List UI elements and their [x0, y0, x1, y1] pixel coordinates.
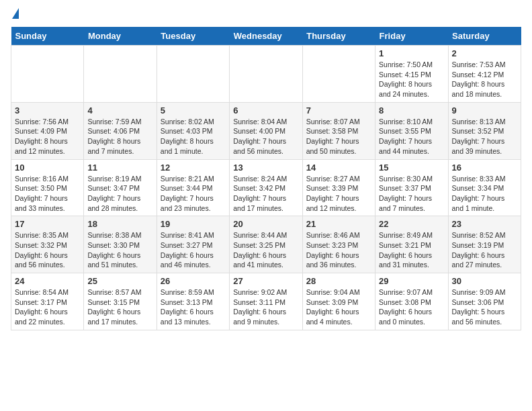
calendar-cell: 21Sunrise: 8:46 AM Sunset: 3:23 PM Dayli… [302, 216, 375, 273]
day-info: Sunrise: 7:56 AM Sunset: 4:09 PM Dayligh… [15, 117, 80, 156]
calendar-cell: 9Sunrise: 8:13 AM Sunset: 3:52 PM Daylig… [448, 102, 521, 159]
day-info: Sunrise: 8:10 AM Sunset: 3:55 PM Dayligh… [379, 117, 444, 156]
day-number: 9 [452, 105, 517, 116]
calendar-cell: 26Sunrise: 8:59 AM Sunset: 3:13 PM Dayli… [157, 273, 229, 330]
day-info: Sunrise: 8:13 AM Sunset: 3:52 PM Dayligh… [452, 117, 517, 156]
header-wednesday: Wednesday [230, 27, 302, 46]
calendar-cell: 8Sunrise: 8:10 AM Sunset: 3:55 PM Daylig… [375, 102, 448, 159]
calendar-cell: 5Sunrise: 8:02 AM Sunset: 4:03 PM Daylig… [157, 102, 229, 159]
week-row-1: 1Sunrise: 7:50 AM Sunset: 4:15 PM Daylig… [11, 46, 521, 103]
calendar-cell: 17Sunrise: 8:35 AM Sunset: 3:32 PM Dayli… [11, 216, 84, 273]
logo-icon [12, 8, 19, 19]
day-info: Sunrise: 8:04 AM Sunset: 4:00 PM Dayligh… [233, 117, 298, 156]
day-number: 24 [15, 276, 80, 286]
calendar-cell: 2Sunrise: 7:53 AM Sunset: 4:12 PM Daylig… [448, 46, 521, 103]
day-number: 27 [233, 276, 298, 286]
day-number: 25 [87, 276, 152, 286]
day-number: 4 [87, 105, 152, 116]
day-info: Sunrise: 9:07 AM Sunset: 3:08 PM Dayligh… [379, 287, 444, 327]
calendar-cell: 11Sunrise: 8:19 AM Sunset: 3:47 PM Dayli… [84, 159, 157, 216]
day-number: 12 [161, 163, 226, 173]
calendar-cell [157, 46, 229, 103]
day-info: Sunrise: 8:57 AM Sunset: 3:15 PM Dayligh… [87, 287, 152, 327]
header-friday: Friday [375, 27, 448, 46]
header-row: Sunday Monday Tuesday Wednesday Thursday… [11, 27, 521, 46]
day-info: Sunrise: 8:27 AM Sunset: 3:39 PM Dayligh… [306, 174, 371, 214]
day-number: 8 [379, 105, 444, 116]
day-info: Sunrise: 8:59 AM Sunset: 3:13 PM Dayligh… [161, 287, 226, 327]
calendar-cell [302, 46, 375, 103]
day-info: Sunrise: 8:33 AM Sunset: 3:34 PM Dayligh… [452, 174, 517, 214]
day-info: Sunrise: 9:04 AM Sunset: 3:09 PM Dayligh… [306, 287, 371, 327]
day-info: Sunrise: 8:07 AM Sunset: 3:58 PM Dayligh… [306, 117, 371, 156]
calendar-cell: 27Sunrise: 9:02 AM Sunset: 3:11 PM Dayli… [230, 273, 302, 330]
day-info: Sunrise: 8:41 AM Sunset: 3:27 PM Dayligh… [161, 230, 226, 270]
day-info: Sunrise: 7:50 AM Sunset: 4:15 PM Dayligh… [379, 60, 444, 99]
calendar-cell: 14Sunrise: 8:27 AM Sunset: 3:39 PM Dayli… [302, 159, 375, 216]
day-number: 15 [379, 163, 444, 173]
day-number: 10 [15, 163, 80, 173]
calendar-cell: 22Sunrise: 8:49 AM Sunset: 3:21 PM Dayli… [375, 216, 448, 273]
day-number: 3 [15, 105, 80, 116]
day-number: 6 [233, 105, 298, 116]
day-number: 22 [379, 219, 444, 229]
calendar-cell: 12Sunrise: 8:21 AM Sunset: 3:44 PM Dayli… [157, 159, 229, 216]
day-info: Sunrise: 8:30 AM Sunset: 3:37 PM Dayligh… [379, 174, 444, 214]
calendar-cell: 3Sunrise: 7:56 AM Sunset: 4:09 PM Daylig… [11, 102, 84, 159]
calendar-cell [230, 46, 302, 103]
day-number: 7 [306, 105, 371, 116]
calendar-cell: 25Sunrise: 8:57 AM Sunset: 3:15 PM Dayli… [84, 273, 157, 330]
day-number: 29 [379, 276, 444, 286]
calendar-cell: 1Sunrise: 7:50 AM Sunset: 4:15 PM Daylig… [375, 46, 448, 103]
calendar-cell: 4Sunrise: 7:59 AM Sunset: 4:06 PM Daylig… [84, 102, 157, 159]
header-thursday: Thursday [302, 27, 375, 46]
calendar-cell: 10Sunrise: 8:16 AM Sunset: 3:50 PM Dayli… [11, 159, 84, 216]
day-info: Sunrise: 7:53 AM Sunset: 4:12 PM Dayligh… [452, 60, 517, 99]
header-sunday: Sunday [11, 27, 84, 46]
day-info: Sunrise: 9:02 AM Sunset: 3:11 PM Dayligh… [233, 287, 298, 327]
calendar-cell: 20Sunrise: 8:44 AM Sunset: 3:25 PM Dayli… [230, 216, 302, 273]
calendar-cell: 29Sunrise: 9:07 AM Sunset: 3:08 PM Dayli… [375, 273, 448, 330]
header-tuesday: Tuesday [157, 27, 229, 46]
calendar-body: 1Sunrise: 7:50 AM Sunset: 4:15 PM Daylig… [11, 46, 521, 330]
day-number: 20 [233, 219, 298, 229]
header-monday: Monday [84, 27, 157, 46]
week-row-4: 17Sunrise: 8:35 AM Sunset: 3:32 PM Dayli… [11, 216, 521, 273]
calendar-cell: 18Sunrise: 8:38 AM Sunset: 3:30 PM Dayli… [84, 216, 157, 273]
calendar-cell: 7Sunrise: 8:07 AM Sunset: 3:58 PM Daylig… [302, 102, 375, 159]
day-info: Sunrise: 8:24 AM Sunset: 3:42 PM Dayligh… [233, 174, 298, 214]
day-info: Sunrise: 8:21 AM Sunset: 3:44 PM Dayligh… [161, 174, 226, 214]
day-info: Sunrise: 8:38 AM Sunset: 3:30 PM Dayligh… [87, 230, 152, 270]
day-number: 1 [379, 48, 444, 58]
day-info: Sunrise: 8:16 AM Sunset: 3:50 PM Dayligh… [15, 174, 80, 214]
day-number: 19 [161, 219, 226, 229]
calendar-cell [84, 46, 157, 103]
day-info: Sunrise: 8:52 AM Sunset: 3:19 PM Dayligh… [452, 230, 517, 270]
week-row-2: 3Sunrise: 7:56 AM Sunset: 4:09 PM Daylig… [11, 102, 521, 159]
day-info: Sunrise: 8:49 AM Sunset: 3:21 PM Dayligh… [379, 230, 444, 270]
day-number: 23 [452, 219, 517, 229]
day-number: 14 [306, 163, 371, 173]
day-number: 11 [87, 163, 152, 173]
day-info: Sunrise: 8:19 AM Sunset: 3:47 PM Dayligh… [87, 174, 152, 214]
calendar-cell: 30Sunrise: 9:09 AM Sunset: 3:06 PM Dayli… [448, 273, 521, 330]
day-number: 17 [15, 219, 80, 229]
day-info: Sunrise: 8:44 AM Sunset: 3:25 PM Dayligh… [233, 230, 298, 270]
day-number: 28 [306, 276, 371, 286]
day-info: Sunrise: 8:35 AM Sunset: 3:32 PM Dayligh… [15, 230, 80, 270]
logo [11, 11, 19, 21]
day-info: Sunrise: 8:02 AM Sunset: 4:03 PM Dayligh… [161, 117, 226, 156]
calendar-cell: 19Sunrise: 8:41 AM Sunset: 3:27 PM Dayli… [157, 216, 229, 273]
calendar-cell [11, 46, 84, 103]
day-number: 18 [87, 219, 152, 229]
day-number: 30 [452, 276, 517, 286]
day-info: Sunrise: 8:46 AM Sunset: 3:23 PM Dayligh… [306, 230, 371, 270]
page-header [11, 11, 521, 21]
day-info: Sunrise: 9:09 AM Sunset: 3:06 PM Dayligh… [452, 287, 517, 327]
calendar-cell: 24Sunrise: 8:54 AM Sunset: 3:17 PM Dayli… [11, 273, 84, 330]
header-saturday: Saturday [448, 27, 521, 46]
week-row-3: 10Sunrise: 8:16 AM Sunset: 3:50 PM Dayli… [11, 159, 521, 216]
calendar-cell: 16Sunrise: 8:33 AM Sunset: 3:34 PM Dayli… [448, 159, 521, 216]
calendar-cell: 13Sunrise: 8:24 AM Sunset: 3:42 PM Dayli… [230, 159, 302, 216]
calendar-cell: 6Sunrise: 8:04 AM Sunset: 4:00 PM Daylig… [230, 102, 302, 159]
